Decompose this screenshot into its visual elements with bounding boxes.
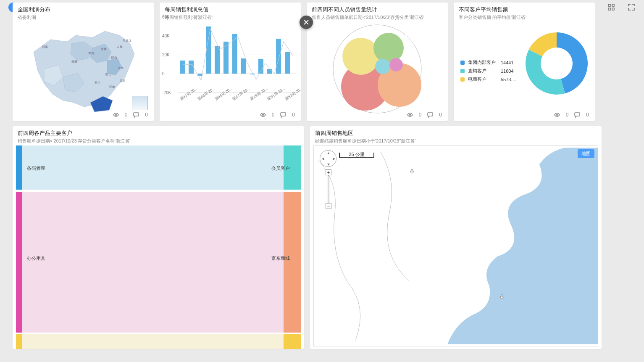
- zoom-in-button[interactable]: +: [326, 169, 331, 175]
- comment-icon: [280, 112, 286, 118]
- svg-rect-24: [281, 113, 286, 116]
- eye-icon: [407, 112, 413, 118]
- svg-point-28: [342, 38, 379, 75]
- card-title: 前四周不同人员销售量统计: [311, 3, 444, 13]
- svg-text:青海: 青海: [88, 52, 94, 55]
- donut-legend: 集团内部客户14441 直销客户11604 电商客户5573....: [460, 57, 516, 85]
- svg-point-34: [556, 114, 557, 116]
- zoom-slider[interactable]: [328, 175, 329, 203]
- svg-text:吉林: 吉林: [117, 45, 123, 48]
- svg-text:西藏: 西藏: [71, 60, 77, 63]
- map-scale: 25 公里: [339, 153, 374, 158]
- views-count: 0: [125, 112, 128, 118]
- legend-value: 14441: [501, 60, 514, 65]
- card-subtitle: 客户分类销售额 的平均值'浙江省': [458, 13, 591, 22]
- card-subtitle: 售售人员销售额单据日期<'2017/10/23'存货分类'浙江省': [311, 13, 444, 22]
- svg-text:湖南: 湖南: [109, 85, 115, 88]
- comment-icon: [574, 112, 580, 118]
- bubble-chart[interactable]: [329, 23, 426, 115]
- close-button[interactable]: [300, 16, 313, 29]
- card-china-map: 全国利润分布 省份利润 新疆西藏青海 甘肃陕西河南 湖北四川湖南 江西黑龙江吉林: [13, 3, 154, 121]
- svg-text:甘肃: 甘肃: [101, 48, 107, 51]
- svg-text:四川: 四川: [95, 81, 100, 84]
- treemap[interactable]: 条码管理会员客户办公用具京东商城: [16, 145, 301, 346]
- card-donut-chart: 不同客户平均销售额 客户分类销售额 的平均值'浙江省' 集团内部客户14441 …: [454, 3, 595, 121]
- legend-value: 11604: [501, 69, 514, 74]
- legend-swatch: [460, 61, 465, 65]
- apps-icon[interactable]: [607, 3, 615, 11]
- card-title: 前四周各产品主要客户: [17, 126, 300, 137]
- legend-swatch: [460, 69, 465, 73]
- comment-icon: [427, 112, 433, 118]
- svg-point-23: [262, 114, 263, 116]
- views-count: 0: [419, 112, 422, 118]
- views-count: 0: [272, 112, 275, 118]
- donut-chart[interactable]: [521, 28, 592, 99]
- comment-icon: [133, 112, 139, 118]
- svg-point-29: [373, 33, 404, 63]
- legend-swatch: [460, 77, 465, 82]
- svg-rect-7: [608, 8, 610, 10]
- eye-icon: [260, 112, 266, 118]
- comments-count: 0: [145, 112, 148, 118]
- svg-text:河南: 河南: [118, 66, 124, 69]
- svg-rect-33: [428, 113, 433, 116]
- china-map[interactable]: 新疆西藏青海 甘肃陕西河南 湖北四川湖南 江西黑龙江吉林: [21, 18, 143, 115]
- comments-count: 0: [586, 112, 589, 118]
- eye-icon: [113, 112, 119, 118]
- legend-value: 5573....: [501, 77, 516, 82]
- svg-rect-8: [612, 8, 614, 10]
- svg-rect-5: [608, 4, 610, 6]
- map-legend: [132, 96, 148, 110]
- card-title: 前四周销售地区: [314, 126, 597, 137]
- card-title: 全国利润分布: [17, 3, 150, 13]
- comments-count: 0: [292, 112, 295, 118]
- svg-point-38: [500, 296, 503, 299]
- views-count: 0: [566, 112, 569, 118]
- map-zoom-control: + −: [326, 169, 331, 209]
- card-subtitle: 经度纬度销售额单据日期小于'2017/10/23''浙江省': [314, 137, 597, 146]
- map-type-button[interactable]: 地图: [578, 149, 594, 158]
- card-bar-chart: 每周销售利润总值 每周销售额利润'浙江省' -20K020K40K60K第41周…: [160, 3, 301, 121]
- card-subtitle: 销售额单据日期<'2017/10/23'存货分类客户名称'浙江省': [17, 137, 300, 146]
- card-geo-map: 前四周销售地区 经度纬度销售额单据日期小于'2017/10/23''浙江省' 地…: [310, 126, 602, 349]
- fullscreen-icon[interactable]: [627, 3, 636, 11]
- eye-icon: [554, 112, 560, 118]
- svg-text:新疆: 新疆: [42, 45, 48, 48]
- svg-text:陕西: 陕西: [111, 56, 117, 59]
- geo-map[interactable]: 地图 + − 25 公里: [313, 145, 598, 346]
- svg-text:黑龙江: 黑龙江: [123, 39, 131, 42]
- svg-text:江西: 江西: [120, 79, 126, 82]
- svg-rect-35: [575, 113, 580, 116]
- svg-point-30: [375, 59, 390, 74]
- svg-rect-22: [134, 113, 139, 116]
- svg-point-31: [389, 58, 403, 71]
- svg-point-32: [409, 114, 410, 116]
- zoom-out-button[interactable]: −: [326, 203, 331, 209]
- legend-name: 直销客户: [468, 68, 497, 74]
- svg-point-21: [115, 114, 116, 116]
- svg-text:湖北: 湖北: [105, 73, 111, 76]
- card-title: 不同客户平均销售额: [458, 3, 591, 13]
- legend-name: 集团内部客户: [468, 59, 497, 66]
- svg-rect-6: [612, 4, 614, 6]
- close-icon: [303, 19, 309, 25]
- card-bubble-chart: 前四周不同人员销售量统计 售售人员销售额单据日期<'2017/10/23'存货分…: [307, 3, 448, 121]
- card-title: 每周销售利润总值: [164, 3, 297, 13]
- card-treemap: 前四周各产品主要客户 销售额单据日期<'2017/10/23'存货分类客户名称'…: [13, 126, 304, 349]
- comments-count: 0: [439, 112, 442, 118]
- bar-chart[interactable]: -20K020K40K60K第41周 20...第43周 20...第45周 2…: [178, 17, 297, 100]
- legend-name: 电商客户: [468, 76, 497, 82]
- map-pan-control[interactable]: [320, 150, 336, 167]
- svg-point-37: [411, 171, 413, 173]
